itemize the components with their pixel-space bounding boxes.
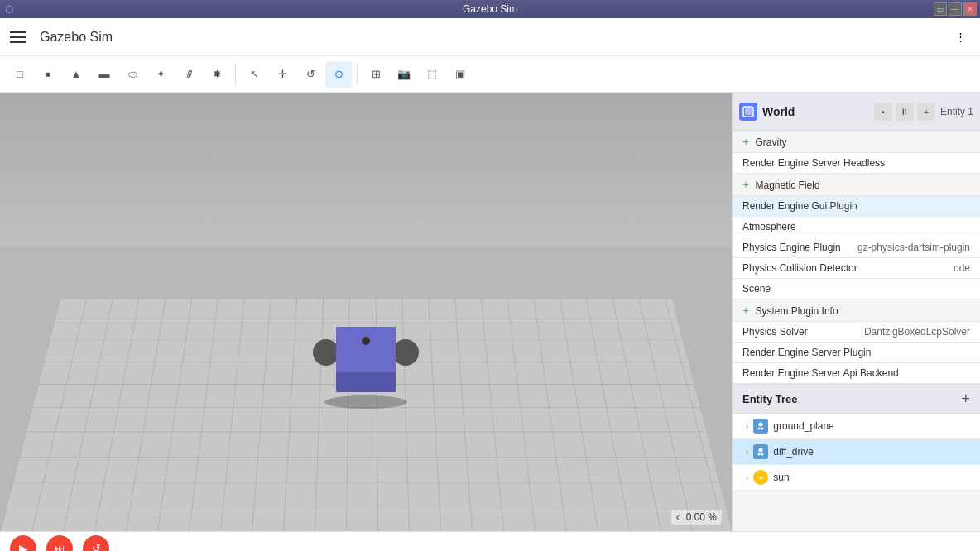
right-panel: World ▪ ⏸ + Entity 1 + Gravity Render En… bbox=[732, 93, 980, 531]
tool-move[interactable]: ✛ bbox=[269, 61, 295, 88]
svg-rect-1 bbox=[745, 108, 752, 115]
entity-item-sun[interactable]: › ☀ sun bbox=[733, 465, 980, 491]
app-title: Gazebo Sim bbox=[40, 30, 950, 45]
svg-point-3 bbox=[758, 428, 761, 430]
render-engine-api-backend-label: Render Engine Server Api Backend bbox=[742, 367, 899, 379]
tool-point[interactable]: ✸ bbox=[204, 61, 230, 88]
close-button[interactable]: ✕ bbox=[963, 2, 977, 16]
tool-scale[interactable]: ⊙ bbox=[325, 61, 352, 88]
world-pause-button[interactable]: ⏸ bbox=[896, 103, 914, 121]
rotate-icon: ↺ bbox=[306, 68, 315, 80]
tool-light[interactable]: ✦ bbox=[147, 61, 174, 88]
viewport-coordinates: ‹ 0.00 % bbox=[671, 510, 722, 525]
entity-item-ground-plane[interactable]: › ground_plane bbox=[733, 414, 980, 439]
magnetic-field-section[interactable]: + Magnetic Field bbox=[733, 174, 980, 196]
system-plus-icon: + bbox=[742, 304, 749, 317]
window-title: Gazebo Sim bbox=[463, 3, 517, 15]
cylinder-icon: ▬ bbox=[99, 68, 110, 80]
refresh-button[interactable]: ↺ bbox=[83, 535, 109, 552]
render-engine-server-plugin-item[interactable]: Render Engine Server Plugin bbox=[733, 343, 980, 363]
atmosphere-label: Atmosphere bbox=[742, 221, 796, 232]
atmosphere-item[interactable]: Atmosphere bbox=[733, 217, 980, 237]
physics-collision-detector-item[interactable]: Physics Collision Detector ode bbox=[733, 258, 980, 279]
title-bar: ⬡ Gazebo Sim ▭ — ✕ bbox=[0, 0, 980, 18]
sun-name: sun bbox=[773, 472, 789, 483]
world-stop-button[interactable]: ▪ bbox=[874, 103, 892, 121]
refresh-icon: ↺ bbox=[92, 542, 101, 551]
world-controls: ▪ ⏸ + bbox=[874, 103, 935, 121]
render-engine-server-plugin-label: Render Engine Server Plugin bbox=[742, 347, 871, 358]
entity-item-diff-drive[interactable]: › diff_drive bbox=[733, 439, 980, 465]
tool-camera[interactable]: 📷 bbox=[391, 61, 417, 88]
system-plugin-label: + System Plugin Info bbox=[742, 304, 838, 317]
tool-screenshot[interactable]: ⬚ bbox=[419, 61, 445, 88]
tool-grid[interactable]: ⊞ bbox=[363, 61, 389, 88]
maximize-button[interactable]: — bbox=[949, 2, 962, 16]
ground-plane-icon bbox=[753, 419, 768, 434]
gravity-section[interactable]: + Gravity bbox=[733, 131, 980, 153]
scene-item[interactable]: Scene bbox=[733, 279, 980, 299]
tool-hatching[interactable]: /// bbox=[175, 61, 202, 88]
hamburger-line-2 bbox=[10, 36, 26, 38]
skip-button[interactable]: ⏭ bbox=[46, 535, 73, 552]
world-icon bbox=[739, 103, 757, 121]
app-icon-small: ⬡ bbox=[5, 3, 13, 15]
point-icon: ✸ bbox=[213, 68, 222, 80]
entity-add-button[interactable]: + bbox=[961, 391, 970, 406]
ground-plane-chevron-icon: › bbox=[746, 422, 748, 431]
play-icon: ▶ bbox=[19, 542, 28, 552]
hamburger-line-1 bbox=[10, 31, 26, 33]
properties-list: + Gravity Render Engine Server Headless … bbox=[733, 131, 980, 531]
gravity-plus-icon: + bbox=[742, 135, 749, 148]
robot-shadow bbox=[324, 395, 407, 409]
cube-icon: □ bbox=[17, 68, 23, 80]
minimize-button[interactable]: ▭ bbox=[934, 2, 947, 16]
tool-cone[interactable]: ▲ bbox=[63, 61, 89, 88]
move-icon: ✛ bbox=[278, 68, 287, 80]
camera-icon: 📷 bbox=[397, 68, 411, 80]
physics-engine-plugin-item[interactable]: Physics Engine Plugin gz-physics-dartsim… bbox=[733, 237, 980, 258]
physics-solver-item[interactable]: Physics Solver DantzigBoxedLcpSolver bbox=[733, 322, 980, 343]
render-engine-gui-label: Render Engine Gui Plugin bbox=[742, 200, 858, 212]
system-plugin-section[interactable]: + System Plugin Info bbox=[733, 299, 980, 322]
app-more-menu-button[interactable]: ⋮ bbox=[950, 27, 970, 47]
light-icon: ✦ bbox=[156, 68, 166, 80]
tool-rotate[interactable]: ↺ bbox=[297, 61, 324, 88]
nav-arrow-icon: ‹ bbox=[676, 511, 680, 523]
sun-symbol: ☀ bbox=[757, 473, 765, 482]
tool-sphere[interactable]: ● bbox=[35, 61, 61, 88]
world-title: World bbox=[762, 105, 869, 118]
tool-capsule[interactable]: ⬭ bbox=[119, 61, 146, 88]
svg-point-6 bbox=[758, 453, 761, 456]
toolbar-separator-2 bbox=[357, 65, 358, 84]
tool-record[interactable]: ▣ bbox=[447, 61, 473, 88]
entity-tree-title: Entity Tree bbox=[742, 393, 797, 405]
hamburger-menu[interactable] bbox=[10, 27, 30, 47]
toolbar-separator-1 bbox=[235, 65, 236, 84]
render-engine-gui-plugin-item[interactable]: Render Engine Gui Plugin bbox=[733, 196, 980, 217]
physics-engine-plugin-label: Physics Engine Plugin bbox=[742, 242, 841, 253]
magnetic-field-label: + Magnetic Field bbox=[742, 178, 820, 191]
physics-collision-label: Physics Collision Detector bbox=[742, 262, 858, 274]
diff-drive-name: diff_drive bbox=[773, 446, 813, 458]
grid-icon: ⊞ bbox=[372, 68, 381, 80]
play-button[interactable]: ▶ bbox=[10, 535, 36, 552]
hatching-icon: /// bbox=[187, 68, 191, 80]
render-engine-server-headless-item[interactable]: Render Engine Server Headless bbox=[733, 153, 980, 174]
viewport[interactable]: ‹ 0.00 % bbox=[0, 93, 732, 531]
sun-chevron-icon: › bbox=[746, 473, 748, 482]
physics-collision-value: ode bbox=[954, 262, 970, 274]
tool-select[interactable]: ↖ bbox=[241, 61, 267, 88]
render-engine-api-backend-item[interactable]: Render Engine Server Api Backend bbox=[733, 363, 980, 384]
select-icon: ↖ bbox=[250, 68, 259, 80]
tool-cube[interactable]: □ bbox=[7, 61, 33, 88]
ground-plane-name: ground_plane bbox=[773, 420, 833, 432]
diff-drive-icon bbox=[753, 444, 768, 459]
sphere-icon: ● bbox=[45, 68, 51, 80]
render-engine-server-headless-label: Render Engine Server Headless bbox=[742, 157, 885, 169]
more-icon: ⋮ bbox=[955, 31, 966, 43]
scale-icon: ⊙ bbox=[334, 68, 343, 80]
world-header: World ▪ ⏸ + Entity 1 bbox=[733, 93, 980, 131]
tool-cylinder[interactable]: ▬ bbox=[91, 61, 118, 88]
world-add-button[interactable]: + bbox=[917, 103, 935, 121]
